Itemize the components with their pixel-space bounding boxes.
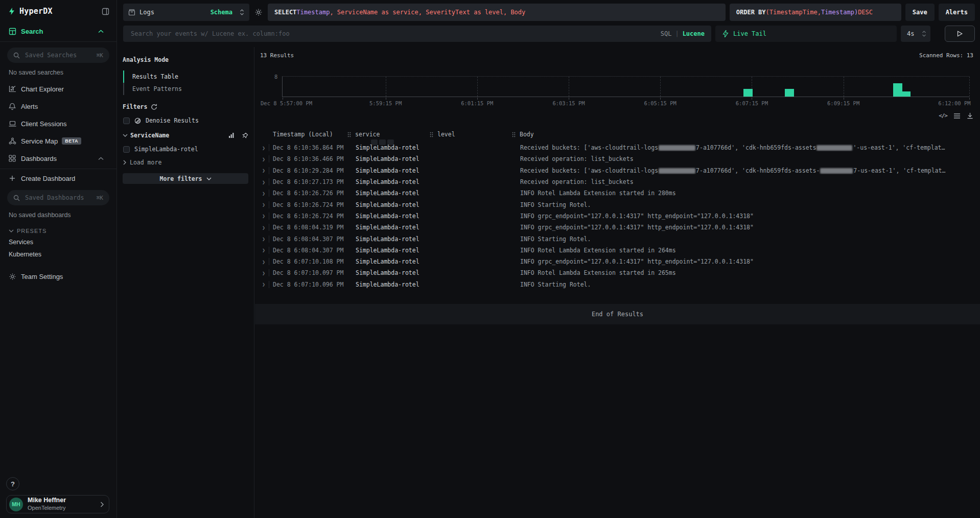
column-grip-icon[interactable] — [347, 132, 351, 137]
column-header-level[interactable]: level — [438, 131, 520, 138]
event-search-input[interactable] — [130, 30, 657, 38]
table-row[interactable]: ❯Dec 8 6:07:10.097 PMSimpleLambda-rotelI… — [254, 267, 980, 278]
analysis-mode-header: Analysis Mode — [123, 56, 248, 63]
x-axis-label: 6:05:15 PM — [644, 100, 676, 106]
order-by-editor[interactable]: ORDER BY (TimestampTime, Timestamp) DESC — [730, 4, 901, 21]
results-histogram[interactable]: 8 Dec 8 5:57:00 PM5:59:15 PM6:01:15 PM6:… — [282, 76, 969, 97]
pin-icon[interactable] — [242, 132, 248, 139]
load-more-button[interactable]: Load more — [123, 159, 248, 166]
x-axis-tick — [477, 98, 478, 100]
refresh-interval-select[interactable]: 4s — [901, 26, 930, 42]
source-select[interactable]: Logs Schema — [123, 4, 249, 21]
presets-toggle[interactable]: PRESETS — [0, 223, 116, 236]
table-row[interactable]: ❯Dec 8 6:10:36.466 PMSimpleLambda-rotelR… — [254, 153, 980, 164]
facet-servicename-header[interactable]: ServiceName — [123, 132, 248, 139]
saved-searches-search[interactable]: ⌘K — [7, 48, 109, 63]
create-dashboard-button[interactable]: Create Dashboard — [0, 171, 116, 186]
sidebar-item-search[interactable]: Search — [0, 22, 116, 40]
live-tail-button[interactable]: Live Tail — [715, 26, 897, 42]
column-grip-icon[interactable] — [430, 132, 433, 137]
row-expand-chevron[interactable]: ❯ — [259, 168, 269, 173]
row-expand-chevron[interactable]: ❯ — [259, 145, 269, 151]
sql-option[interactable]: SQL — [661, 30, 672, 37]
x-axis-label: 6:03:15 PM — [552, 100, 585, 106]
row-expand-chevron[interactable]: ❯ — [259, 259, 269, 265]
sidebar-item-dashboards[interactable]: Dashboards — [0, 150, 116, 167]
preset-item-kubernetes[interactable]: Kubernetes — [0, 248, 116, 261]
sidebar-item-service-map[interactable]: Service MapBETA — [0, 132, 116, 150]
facet-value[interactable]: SimpleLambda-rotel — [123, 146, 248, 153]
bolt-icon — [722, 30, 729, 37]
more-filters-label: More filters — [159, 175, 202, 182]
row-expand-chevron[interactable]: ❯ — [259, 225, 269, 230]
sidebar-item-client-sessions[interactable]: Client Sessions — [0, 115, 116, 132]
row-expand-chevron[interactable]: ❯ — [259, 281, 269, 287]
saved-dashboards-input[interactable] — [24, 194, 97, 202]
list-icon[interactable] — [953, 113, 961, 119]
column-grip-icon[interactable] — [512, 132, 516, 137]
table-row[interactable]: ❯Dec 8 6:10:26.724 PMSimpleLambda-rotelI… — [254, 199, 980, 210]
select-stepper-icon — [922, 30, 926, 37]
denoise-checkbox[interactable] — [123, 117, 130, 124]
row-expand-chevron[interactable]: ❯ — [259, 191, 269, 196]
chevron-up-icon[interactable] — [97, 157, 105, 160]
table-row[interactable]: ❯Dec 8 6:08:04.319 PMSimpleLambda-rotelI… — [254, 222, 980, 233]
saved-dashboards-search[interactable]: ⌘K — [7, 190, 109, 205]
table-row[interactable]: ❯Dec 8 6:10:27.173 PMSimpleLambda-rotelR… — [254, 176, 980, 187]
select-query-editor[interactable]: SELECT Timestamp, ServiceName as service… — [268, 4, 726, 21]
table-row[interactable]: ❯Dec 8 6:08:04.307 PMSimpleLambda-rotelI… — [254, 245, 980, 256]
mini-chart-icon[interactable] — [228, 132, 236, 139]
sidebar-item-team-settings[interactable]: Team Settings — [0, 268, 116, 285]
row-expand-chevron[interactable]: ❯ — [259, 247, 269, 253]
row-expand-chevron[interactable]: ❯ — [259, 213, 269, 219]
chevron-up-icon[interactable] — [97, 30, 105, 33]
play-button[interactable] — [945, 26, 975, 42]
alerts-button[interactable]: Alerts — [939, 4, 975, 21]
mode-event-patterns[interactable]: Event Patterns — [123, 83, 248, 95]
refresh-icon[interactable] — [151, 104, 157, 110]
table-row[interactable]: ❯Dec 8 6:10:26.726 PMSimpleLambda-rotelI… — [254, 187, 980, 199]
row-expand-chevron[interactable]: ❯ — [259, 236, 269, 242]
user-profile-card[interactable]: MH Mike Heffner OpenTelemetry — [6, 495, 109, 513]
help-button[interactable]: ? — [6, 477, 19, 490]
table-row[interactable]: ❯Dec 8 6:07:10.096 PMSimpleLambda-rotelI… — [254, 279, 980, 290]
table-toolbar: </> — [939, 112, 973, 119]
column-header-timestamp-local[interactable]: Timestamp (Local) — [269, 131, 356, 138]
table-row[interactable]: ❯Dec 8 6:10:29.284 PMSimpleLambda-rotelR… — [254, 165, 980, 176]
mode-results-table[interactable]: Results Table — [123, 70, 248, 83]
download-icon[interactable] — [967, 112, 973, 119]
query-language-toggle[interactable]: SQL | Lucene — [661, 30, 705, 37]
facet-value-checkbox[interactable] — [123, 146, 130, 153]
column-header-body[interactable]: Body — [520, 131, 980, 138]
help-label: ? — [11, 480, 15, 488]
column-header-service[interactable]: service — [356, 131, 438, 138]
gear-icon[interactable] — [253, 8, 264, 16]
table-row[interactable]: ❯Dec 8 6:08:04.307 PMSimpleLambda-rotelI… — [254, 233, 980, 244]
column-label: Timestamp (Local) — [273, 131, 333, 138]
results-area: 13 Results Scanned Rows: 13 8 Dec 8 5:57… — [254, 47, 980, 518]
row-expand-chevron[interactable]: ❯ — [259, 179, 269, 185]
panel-toggle-icon[interactable] — [102, 8, 109, 15]
sidebar-item-chart-explorer[interactable]: Chart Explorer — [0, 80, 116, 98]
denoise-results-filter[interactable]: Denoise Results — [123, 117, 248, 124]
code-icon[interactable]: </> — [939, 112, 947, 119]
x-axis-label: 5:59:15 PM — [369, 100, 402, 106]
sidebar-item-alerts[interactable]: Alerts — [0, 98, 116, 115]
lucene-option[interactable]: Lucene — [683, 30, 705, 37]
preset-item-services[interactable]: Services — [0, 236, 116, 248]
cell-body: INFO grpc_endpoint="127.0.0.1:4317" http… — [520, 224, 980, 231]
x-axis-label: 6:01:15 PM — [461, 100, 493, 106]
saved-searches-input[interactable] — [24, 51, 97, 59]
table-row[interactable]: ❯Dec 8 6:10:36.864 PMSimpleLambda-rotelR… — [254, 142, 980, 153]
table-row[interactable]: ❯Dec 8 6:07:10.108 PMSimpleLambda-rotelI… — [254, 256, 980, 267]
row-expand-chevron[interactable]: ❯ — [259, 202, 269, 207]
more-filters-button[interactable]: More filters — [123, 173, 248, 184]
event-search-box[interactable]: SQL | Lucene — [123, 26, 711, 42]
cell-service: SimpleLambda-rotel — [356, 236, 438, 243]
row-expand-chevron[interactable]: ❯ — [259, 270, 269, 276]
table-row[interactable]: ❯Dec 8 6:10:26.724 PMSimpleLambda-rotelI… — [254, 210, 980, 222]
save-button[interactable]: Save — [905, 4, 935, 21]
cell-service: SimpleLambda-rotel — [356, 178, 438, 185]
row-expand-chevron[interactable]: ❯ — [259, 156, 269, 162]
denoise-icon — [134, 117, 141, 124]
